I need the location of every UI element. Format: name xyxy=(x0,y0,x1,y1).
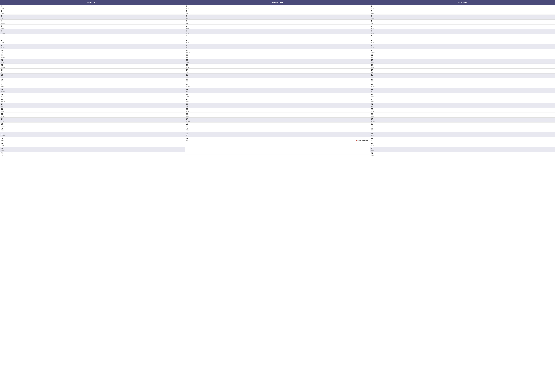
day-row: 25PAY xyxy=(185,122,370,127)
day-name: YAK xyxy=(186,140,189,142)
day-name: YAK xyxy=(186,106,189,107)
day-cell: 25PAY xyxy=(371,123,374,127)
day-number: 12 xyxy=(371,59,374,62)
day-cell: 14YAK xyxy=(371,69,374,73)
day-number: 6 xyxy=(371,30,374,32)
day-name: SESH xyxy=(371,81,374,83)
empty-row xyxy=(185,150,370,154)
day-name: CHOR xyxy=(371,18,374,19)
day-name: CHOR xyxy=(371,121,374,122)
day-cell: 6CHOR xyxy=(1,30,5,34)
day-row: 8DUSH xyxy=(370,39,555,44)
day-row: 1JUM xyxy=(0,5,185,10)
day-cell: 13SHAN xyxy=(371,64,374,68)
day-number: 20 xyxy=(371,98,374,101)
day-cell: 10CHOR xyxy=(371,49,374,53)
day-row: 4PAY xyxy=(185,20,370,24)
day-number: 28 xyxy=(186,137,189,140)
day-cell: 25DUSH xyxy=(1,123,5,127)
day-cell: 26JUM xyxy=(186,128,189,132)
day-number: 30 xyxy=(371,147,374,150)
day-row: 15DUSH xyxy=(185,73,370,78)
day-row: 20SHAN xyxy=(185,98,370,103)
day-cell: 24CHOR xyxy=(371,118,374,122)
day-number: 2 xyxy=(1,10,4,13)
day-row: 6CHOR xyxy=(0,29,185,34)
day-row: 24CHOR xyxy=(370,118,555,122)
day-name: PAY xyxy=(371,126,374,127)
day-number: 15 xyxy=(1,74,4,76)
day-name: SHAN xyxy=(1,47,4,48)
day-row: 16SESH xyxy=(185,78,370,83)
month-column-1: 1DUSH2SESH3CHOR4PAY5JUM6SHAN7YAK8DUSH9SE… xyxy=(185,5,370,157)
day-row: 10CHOR xyxy=(185,49,370,54)
day-number: 13 xyxy=(186,64,189,67)
day-row: 28YAK xyxy=(370,137,555,142)
day-row: 27SHAN xyxy=(185,132,370,137)
day-cell: 5JUM xyxy=(186,25,189,29)
day-name: CHOR xyxy=(371,86,374,88)
day-number: 10 xyxy=(186,49,190,52)
day-row: 17CHOR xyxy=(370,83,555,88)
day-row: 15JUM xyxy=(0,73,185,78)
day-name: JUM xyxy=(1,77,4,78)
day-number: 9 xyxy=(1,44,4,47)
day-number: 13 xyxy=(371,64,374,67)
day-number: 1 xyxy=(186,5,190,8)
day-number: 19 xyxy=(186,93,189,96)
day-row: 23SESH xyxy=(185,113,370,118)
day-name: PAY xyxy=(371,23,374,24)
day-number: 3 xyxy=(371,15,374,18)
day-row: 12JUM xyxy=(370,59,555,64)
day-name: PAY xyxy=(371,57,374,58)
day-number: 16 xyxy=(1,79,4,81)
day-name: DUSH xyxy=(1,23,5,24)
day-cell: 24YAK xyxy=(1,118,4,122)
day-cell: 2SHAN xyxy=(1,10,4,14)
day-row: 3CHOR xyxy=(185,15,370,20)
day-row: 10YAK xyxy=(0,49,185,54)
day-name: PAY xyxy=(186,91,189,93)
day-row: 1DUSH xyxy=(370,5,555,10)
day-number: 2 xyxy=(371,10,374,13)
day-row: 21YAK xyxy=(370,103,555,108)
day-row: 13CHOR xyxy=(0,64,185,69)
month-header-feb: Fevral 2027 xyxy=(185,0,370,5)
day-cell: 6SHAN xyxy=(186,30,189,34)
day-number: 21 xyxy=(186,103,189,106)
day-number: 16 xyxy=(371,79,374,81)
day-name: SHAN xyxy=(371,67,374,68)
day-cell: 30SHAN xyxy=(1,147,4,151)
day-number: 18 xyxy=(186,88,189,91)
day-cell: 25PAY xyxy=(186,123,189,127)
day-number: 14 xyxy=(186,69,189,71)
day-row: 26JUM xyxy=(185,127,370,132)
day-cell: 28YAK xyxy=(186,137,189,142)
day-cell: 15JUM xyxy=(1,74,4,78)
day-number: 23 xyxy=(1,113,4,115)
day-cell: 19JUM xyxy=(371,93,374,98)
day-name: DUSH xyxy=(371,77,374,78)
day-name: SHAN xyxy=(186,135,189,136)
day-name: SESH xyxy=(371,116,374,117)
month-column-2: 1DUSH2SESH3CHOR4PAY5JUM6SHAN7YAK8DUSH9SE… xyxy=(370,5,555,157)
day-row: 13SHAN xyxy=(185,64,370,69)
day-number: 3 xyxy=(186,15,190,18)
day-row: 22DUSH xyxy=(185,108,370,113)
day-row: 19SESH xyxy=(0,93,185,98)
day-name: DUSH xyxy=(186,8,190,9)
day-row: 5JUM xyxy=(185,24,370,29)
day-number: 10 xyxy=(371,49,374,52)
day-cell: 10YAK xyxy=(1,49,4,53)
day-number: 18 xyxy=(1,88,5,91)
day-name: JUM xyxy=(371,96,374,97)
day-cell: 12JUM xyxy=(186,59,189,63)
day-name: CHOR xyxy=(186,18,190,19)
day-row: 10CHOR xyxy=(370,49,555,54)
day-number: 31 xyxy=(371,152,374,155)
day-number: 6 xyxy=(1,30,5,32)
day-name: JUM xyxy=(186,62,189,63)
day-row: 27CHOR xyxy=(0,132,185,137)
day-name: JUM xyxy=(186,130,189,132)
day-row: 23SHAN xyxy=(0,113,185,118)
